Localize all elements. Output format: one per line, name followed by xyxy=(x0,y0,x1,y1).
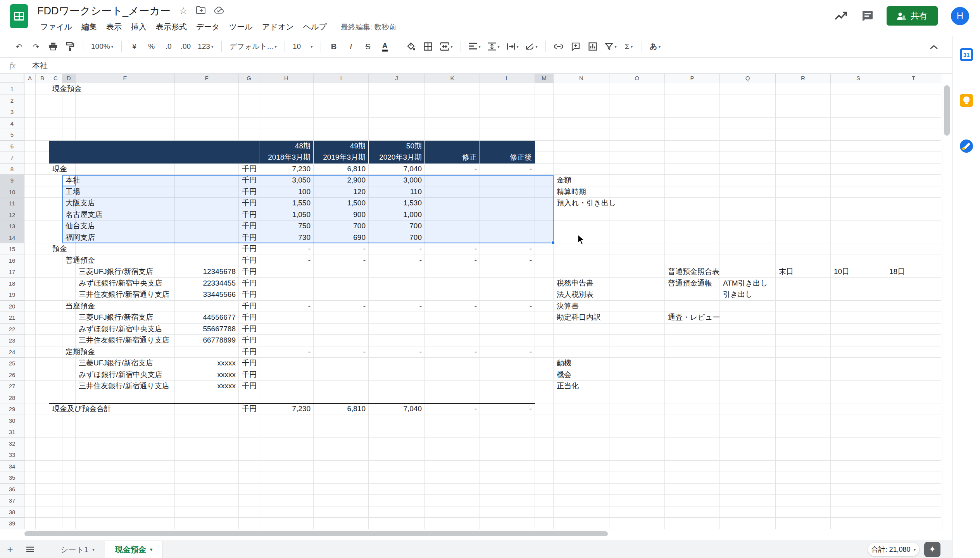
row-header-22[interactable]: 22 xyxy=(0,324,24,335)
cell-F22[interactable]: 55667788 xyxy=(175,324,239,335)
redo-button[interactable]: ↷ xyxy=(29,39,43,54)
cell-N26[interactable]: 機会 xyxy=(554,369,571,381)
merge-cells-button[interactable]: ▾ xyxy=(438,39,455,54)
cell-G23[interactable]: 千円 xyxy=(239,335,257,346)
cell-L20[interactable]: - xyxy=(480,301,535,312)
sum-pill[interactable]: 合計: 21,080▾ xyxy=(868,542,920,556)
column-header-F[interactable]: F xyxy=(175,74,239,83)
cell-H29[interactable]: 7,230 xyxy=(259,403,314,415)
cell-N11[interactable]: 預入れ・引き出し xyxy=(554,198,616,209)
row-header-5[interactable]: 5 xyxy=(0,129,24,141)
strikethrough-button[interactable]: S xyxy=(361,39,375,54)
cell-K20[interactable]: - xyxy=(425,301,480,312)
column-header-I[interactable]: I xyxy=(314,74,369,83)
cell-L29[interactable]: - xyxy=(480,403,535,415)
row-header-6[interactable]: 6 xyxy=(0,141,24,152)
cell-K8[interactable]: - xyxy=(425,164,480,175)
cell-F26[interactable]: xxxxx xyxy=(175,369,239,381)
cell-G15[interactable]: 千円 xyxy=(239,243,257,255)
row-header-1[interactable]: 1 xyxy=(0,83,24,95)
column-header-E[interactable]: E xyxy=(76,74,175,83)
cell-G26[interactable]: 千円 xyxy=(239,369,257,381)
cell-G27[interactable]: 千円 xyxy=(239,381,257,392)
horizontal-align-button[interactable]: ▾ xyxy=(466,39,483,54)
cell-D13[interactable]: 仙台支店 xyxy=(62,220,95,232)
cell-I29[interactable]: 6,810 xyxy=(314,403,369,415)
cell-D20[interactable]: 当座預金 xyxy=(62,301,95,312)
menu-ヘルプ[interactable]: ヘルプ xyxy=(298,21,331,33)
cell-K16[interactable]: - xyxy=(425,255,480,267)
column-header-C[interactable]: C xyxy=(49,74,62,83)
toolbar-collapse-button[interactable] xyxy=(927,40,941,55)
cell-N19[interactable]: 法人税別表 xyxy=(554,289,594,301)
select-all-corner[interactable] xyxy=(0,74,24,83)
cell-G16[interactable]: 千円 xyxy=(239,255,257,267)
all-sheets-button[interactable] xyxy=(20,541,40,558)
cell-P18[interactable]: 普通預金通帳 xyxy=(665,278,712,289)
cell-N20[interactable]: 決算書 xyxy=(554,301,579,312)
cell-D9[interactable]: 本社 xyxy=(62,175,80,186)
cell-C29[interactable]: 現金及び預金合計 xyxy=(49,403,111,415)
row-header-29[interactable]: 29 xyxy=(0,403,24,415)
cell-I12[interactable]: 900 xyxy=(314,209,369,221)
cloud-saved-icon[interactable] xyxy=(214,6,224,16)
row-header-20[interactable]: 20 xyxy=(0,301,24,312)
column-header-K[interactable]: K xyxy=(425,74,480,83)
cell-H9[interactable]: 3,050 xyxy=(259,175,314,186)
column-header-D[interactable]: D xyxy=(62,74,76,83)
cell-E21[interactable]: 三菱UFJ銀行/新宿支店 xyxy=(76,312,153,324)
cell-C1[interactable]: 現金預金 xyxy=(49,83,82,95)
menu-アドオン[interactable]: アドオン xyxy=(257,21,298,33)
sheet-tab-シート1[interactable]: シート1▾ xyxy=(50,541,105,558)
cell-I15[interactable]: - xyxy=(314,243,369,255)
cell-P21[interactable]: 通査・レビュー xyxy=(665,312,720,324)
move-folder-icon[interactable] xyxy=(196,6,205,16)
cell-G8[interactable]: 千円 xyxy=(239,164,257,175)
cell-G9[interactable]: 千円 xyxy=(239,175,257,186)
menu-編集[interactable]: 編集 xyxy=(77,21,102,33)
column-header-M[interactable]: M xyxy=(535,74,554,83)
row-header-8[interactable]: 8 xyxy=(0,164,24,175)
vertical-scrollbar-thumb[interactable] xyxy=(944,85,950,136)
vertical-scrollbar[interactable] xyxy=(942,74,952,530)
cell-K7[interactable]: 修正 xyxy=(425,152,480,164)
cell-J20[interactable]: - xyxy=(369,301,425,312)
cell-G19[interactable]: 千円 xyxy=(239,289,257,301)
cell-H20[interactable]: - xyxy=(259,301,314,312)
row-header-25[interactable]: 25 xyxy=(0,358,24,369)
format-currency-button[interactable]: ¥ xyxy=(127,39,142,54)
cell-E27[interactable]: 三井住友銀行/新宿通り支店 xyxy=(76,381,169,392)
cell-F21[interactable]: 44556677 xyxy=(175,312,239,324)
cell-F18[interactable]: 22334455 xyxy=(175,278,239,289)
cell-G20[interactable]: 千円 xyxy=(239,301,257,312)
cell-I7[interactable]: 2019年3月期 xyxy=(314,152,369,164)
row-header-36[interactable]: 36 xyxy=(0,484,24,495)
last-edit-link[interactable]: 最終編集: 数秒前 xyxy=(341,22,397,32)
row-header-37[interactable]: 37 xyxy=(0,495,24,506)
undo-button[interactable]: ↶ xyxy=(12,39,26,54)
cell-E18[interactable]: みずほ銀行/新宿中央支店 xyxy=(76,278,162,289)
cell-P17[interactable]: 普通預金照合表 xyxy=(665,266,719,278)
cell-L16[interactable]: - xyxy=(480,255,535,267)
cell-D24[interactable]: 定期預金 xyxy=(62,346,95,358)
cell-J6[interactable]: 50期 xyxy=(369,141,425,152)
cell-J12[interactable]: 1,000 xyxy=(369,209,425,221)
cell-J15[interactable]: - xyxy=(369,243,425,255)
cell-L8[interactable]: - xyxy=(480,164,535,175)
column-header-O[interactable]: O xyxy=(609,74,665,83)
cell-N25[interactable]: 動機 xyxy=(554,358,571,369)
row-header-34[interactable]: 34 xyxy=(0,461,24,472)
number-format-select[interactable]: 123▾ xyxy=(195,39,216,54)
cell-D10[interactable]: 工場 xyxy=(62,186,80,198)
cell-I16[interactable]: - xyxy=(314,255,369,267)
row-header-14[interactable]: 14 xyxy=(0,232,24,244)
calendar-icon[interactable]: 31 xyxy=(960,48,973,61)
cell-J9[interactable]: 3,000 xyxy=(369,175,425,186)
cell-H24[interactable]: - xyxy=(259,346,314,358)
cell-G24[interactable]: 千円 xyxy=(239,346,257,358)
cell-L15[interactable]: - xyxy=(480,243,535,255)
cell-H13[interactable]: 750 xyxy=(259,220,314,232)
cell-H14[interactable]: 730 xyxy=(259,232,314,244)
cell-F17[interactable]: 12345678 xyxy=(175,266,239,278)
vertical-align-button[interactable]: ▾ xyxy=(485,39,502,54)
